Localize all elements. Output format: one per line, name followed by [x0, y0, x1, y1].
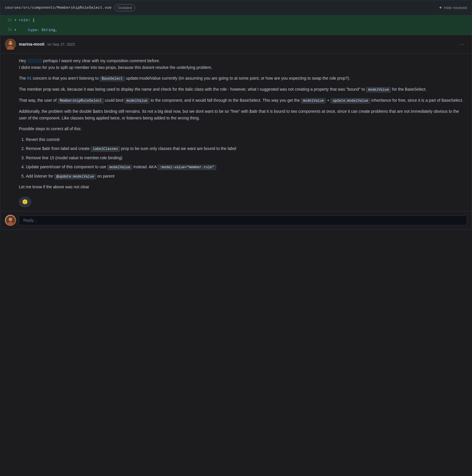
svg-point-4 — [11, 42, 12, 43]
issue-link[interactable]: #1 — [27, 76, 32, 80]
steps-intro: Possible steps to correct all of this: — [19, 126, 467, 132]
steps-list: Revert this commit Remove $attr from lab… — [19, 136, 467, 180]
hide-resolved-label: Hide resolved — [444, 6, 467, 10]
comment-date: on Sep 27, 2022 — [47, 42, 75, 46]
review-comment-container: courses/src/components/MembershipRoleSel… — [0, 0, 472, 230]
comment-author-name: marina-mosti — [19, 42, 44, 46]
code-BaseSelect-1: BaseSelect — [100, 76, 125, 81]
code-labelClasses: labelClasses — [91, 146, 120, 152]
line-number-31: 31 — [5, 18, 12, 23]
code-modelValue-1: modelValue — [366, 87, 391, 92]
more-options-button[interactable]: ··· — [456, 41, 467, 48]
emoji-reaction-button[interactable]: 🙂 — [19, 197, 31, 207]
step-4: Update parent/user of this component to … — [26, 164, 467, 171]
comment-para-3: The member prop was ok, because it was b… — [19, 86, 467, 93]
step-5: Add listener for @update:modelValue on p… — [26, 173, 467, 180]
reply-input[interactable] — [19, 215, 467, 225]
line-code-32: type: String, — [19, 26, 58, 34]
mention — [27, 58, 42, 63]
step-2: Remove $attr from label and create label… — [26, 145, 467, 152]
code-line-31: 31 + role: { — [0, 15, 472, 25]
code-diff-block: 31 + role: { 32 + type: String, — [0, 15, 472, 35]
emoji-smiley: 🙂 — [22, 198, 28, 206]
code-modelValue-4: modelValue — [107, 165, 132, 170]
line-number-32: 32 — [5, 27, 12, 33]
code-update-modelValue-2: @update:modelValue — [54, 174, 96, 179]
code-modelValue-2: modelValue — [124, 98, 149, 103]
code-modelValue-3: modelValue — [301, 98, 326, 103]
comment-header: marina-mosti on Sep 27, 2022 ··· — [0, 35, 472, 53]
comment-para-2: The #1 concern is that you aren't listen… — [19, 75, 467, 82]
code-model-value-attr: :model-value="member.role" — [158, 165, 216, 170]
line-code-31: role: { — [19, 16, 35, 24]
hide-resolved-button[interactable]: ✦ Hide resolved — [439, 5, 467, 10]
comment-section: marina-mosti on Sep 27, 2022 ··· Hey per… — [0, 35, 472, 229]
comment-author-block: marina-mosti on Sep 27, 2022 — [5, 39, 75, 50]
outdated-badge: Outdated — [115, 4, 135, 11]
comment-para-4: That way, the user of MembershipRoleSele… — [19, 97, 467, 104]
comment-meta: marina-mosti on Sep 27, 2022 — [19, 41, 75, 47]
line-plus-32: + — [14, 27, 17, 33]
comment-closing: Let me know if the above was not clear — [19, 184, 467, 190]
svg-point-1 — [8, 41, 12, 45]
step-3: Remove line 15 (model value to member.ro… — [26, 155, 467, 161]
file-header: courses/src/components/MembershipRoleSel… — [0, 0, 472, 15]
comment-para-1: Hey perhaps I wasnt very clear with my c… — [19, 58, 467, 71]
reply-avatar — [5, 215, 16, 226]
code-line-32: 32 + type: String, — [0, 25, 472, 35]
svg-point-6 — [9, 218, 12, 221]
reply-section — [0, 211, 472, 229]
header-left: courses/src/components/MembershipRoleSel… — [5, 4, 135, 11]
code-MembershipRoleSelect: MembershipRoleSelect — [58, 98, 104, 103]
file-path: courses/src/components/MembershipRoleSel… — [5, 5, 112, 11]
comment-para-5: Additionally, the problem with the doubl… — [19, 108, 467, 121]
step-1: Revert this commit — [26, 136, 467, 143]
svg-point-3 — [8, 42, 10, 43]
code-update-modelValue-1: update:modelValue — [330, 98, 370, 103]
avatar — [5, 39, 16, 50]
hide-resolved-icon: ✦ — [439, 5, 442, 10]
line-plus-31: + — [14, 17, 17, 23]
comment-body: Hey perhaps I wasnt very clear with my c… — [0, 53, 472, 211]
